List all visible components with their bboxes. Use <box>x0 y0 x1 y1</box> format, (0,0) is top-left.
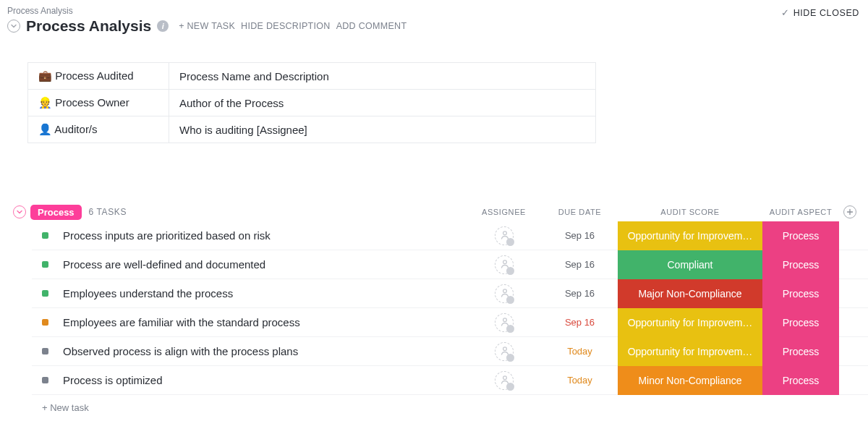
table-row: 👷 Process Owner Author of the Process <box>28 90 596 116</box>
audit-score-cell[interactable]: Opportunity for Improvem… <box>618 308 762 337</box>
svg-point-3 <box>503 318 506 321</box>
svg-point-2 <box>503 289 506 292</box>
svg-point-4 <box>503 347 506 350</box>
task-title[interactable]: Employees understand the process <box>63 287 466 300</box>
breadcrumb[interactable]: Process Analysis <box>7 6 407 16</box>
detail-value[interactable]: Process Name and Description <box>169 63 596 90</box>
audit-score-cell[interactable]: Opportunity for Improvem… <box>618 337 762 366</box>
audit-score-cell[interactable]: Minor Non-Compliance <box>618 366 762 395</box>
due-date-cell[interactable]: Today <box>542 375 618 386</box>
task-row[interactable]: Employees are familiar with the standard… <box>32 308 868 337</box>
new-task-button[interactable]: + NEW TASK <box>179 21 235 31</box>
assign-user-icon[interactable] <box>495 255 514 274</box>
assignee-cell[interactable] <box>466 284 542 303</box>
task-count: 6 TASKS <box>89 207 127 217</box>
assignee-cell[interactable] <box>466 342 542 361</box>
owner-icon: 👷 <box>38 96 52 109</box>
audit-aspect-cell[interactable]: Process <box>762 337 839 366</box>
detail-value[interactable]: Author of the Process <box>169 90 596 116</box>
due-date-cell[interactable]: Sep 16 <box>542 317 618 328</box>
assignee-cell[interactable] <box>466 313 542 332</box>
due-date-cell[interactable]: Sep 16 <box>542 288 618 299</box>
audit-aspect-cell[interactable]: Process <box>762 279 839 308</box>
audit-score-cell[interactable]: Major Non-Compliance <box>618 279 762 308</box>
task-row[interactable]: Process is optimizedTodayMinor Non-Compl… <box>32 366 868 395</box>
group-collapse-icon[interactable] <box>13 205 26 218</box>
status-dot[interactable] <box>42 319 48 326</box>
task-row[interactable]: Process are well-defined and documentedS… <box>32 250 868 279</box>
audit-score-cell[interactable]: Opportunity for Improvem… <box>618 221 762 250</box>
assign-user-icon[interactable] <box>495 342 514 361</box>
audit-score-cell[interactable]: Compliant <box>618 250 762 279</box>
audit-aspect-cell[interactable]: Process <box>762 366 839 395</box>
details-table: 💼 Process Audited Process Name and Descr… <box>27 62 596 143</box>
table-row: 💼 Process Audited Process Name and Descr… <box>28 63 596 90</box>
info-icon[interactable]: i <box>157 20 169 32</box>
status-dot[interactable] <box>42 348 48 354</box>
task-row[interactable]: Employees understand the processSep 16Ma… <box>32 279 868 308</box>
audit-aspect-cell[interactable]: Process <box>762 308 839 337</box>
audit-aspect-cell[interactable]: Process <box>762 250 839 279</box>
status-dot[interactable] <box>42 261 48 268</box>
col-header-duedate[interactable]: DUE DATE <box>542 208 618 216</box>
hide-closed-toggle[interactable]: ✓ HIDE CLOSED <box>781 0 868 18</box>
assignee-cell[interactable] <box>466 255 542 274</box>
audit-aspect-cell[interactable]: Process <box>762 221 839 250</box>
table-row: 👤 Auditor/s Who is auditing [Assignee] <box>28 116 596 143</box>
page-title: Process Analysis <box>26 17 151 35</box>
due-date-cell[interactable]: Sep 16 <box>542 259 618 270</box>
person-icon: 👤 <box>38 123 52 135</box>
status-dot[interactable] <box>42 232 48 239</box>
hide-description-button[interactable]: HIDE DESCRIPTION <box>241 21 331 31</box>
task-title[interactable]: Process inputs are prioritized based on … <box>63 229 466 242</box>
due-date-cell[interactable]: Today <box>542 346 618 357</box>
assign-user-icon[interactable] <box>495 313 514 332</box>
due-date-cell[interactable]: Sep 16 <box>542 230 618 241</box>
detail-label: Process Owner <box>55 96 129 109</box>
col-header-assignee[interactable]: ASSIGNEE <box>466 208 542 216</box>
assignee-cell[interactable] <box>466 226 542 245</box>
add-column-button[interactable] <box>843 205 856 218</box>
hide-closed-label: HIDE CLOSED <box>793 8 859 18</box>
assignee-cell[interactable] <box>466 371 542 390</box>
status-dot[interactable] <box>42 290 48 297</box>
detail-label: Auditor/s <box>54 123 97 135</box>
assign-user-icon[interactable] <box>495 371 514 390</box>
task-row[interactable]: Observed process is align with the proce… <box>32 337 868 366</box>
status-dot[interactable] <box>42 377 48 383</box>
collapse-list-icon[interactable] <box>7 20 20 33</box>
col-header-score[interactable]: AUDIT SCORE <box>618 208 762 216</box>
task-row[interactable]: Process inputs are prioritized based on … <box>32 221 868 250</box>
detail-value[interactable]: Who is auditing [Assignee] <box>169 116 596 143</box>
check-icon: ✓ <box>781 7 790 18</box>
svg-point-1 <box>503 260 506 263</box>
svg-point-5 <box>503 375 506 379</box>
assign-user-icon[interactable] <box>495 226 514 245</box>
task-title[interactable]: Process are well-defined and documented <box>63 258 466 271</box>
new-task-row[interactable]: + New task <box>32 395 868 413</box>
task-title[interactable]: Process is optimized <box>63 374 466 386</box>
briefcase-icon: 💼 <box>38 69 52 82</box>
assign-user-icon[interactable] <box>495 284 514 303</box>
task-title[interactable]: Observed process is align with the proce… <box>63 345 466 357</box>
col-header-aspect[interactable]: AUDIT ASPECT <box>762 208 839 216</box>
add-comment-button[interactable]: ADD COMMENT <box>336 21 407 31</box>
svg-point-0 <box>503 231 506 234</box>
task-title[interactable]: Employees are familiar with the standard… <box>63 316 466 328</box>
detail-label: Process Audited <box>55 69 133 82</box>
group-pill[interactable]: Process <box>30 205 82 220</box>
